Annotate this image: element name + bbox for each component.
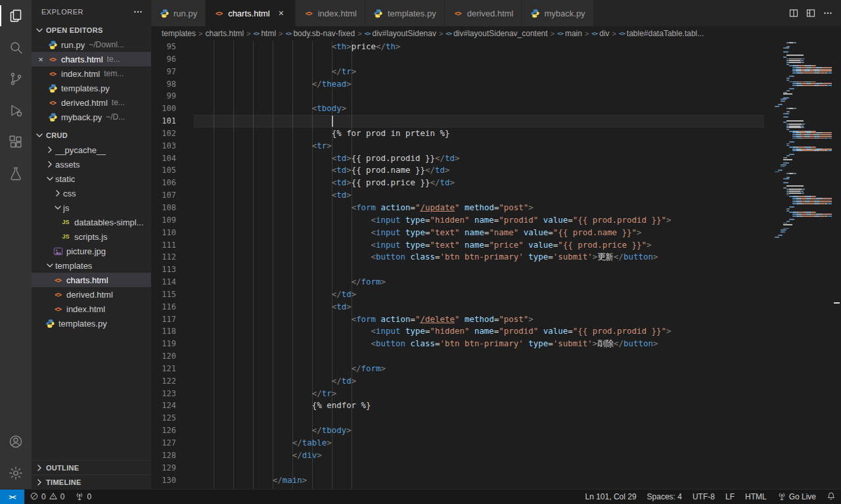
activitybar-explorer[interactable] — [0, 0, 32, 32]
code-line-95[interactable]: 95 <th>price</th> — [151, 41, 764, 53]
code-line-128[interactable]: 128 </div> — [151, 449, 764, 462]
code-line-127[interactable]: 127 </table> — [151, 437, 764, 449]
tree-file-picture-jpg[interactable]: picture.jpg — [32, 244, 151, 258]
breadcrumb-item-div-layoutsidenav-content[interactable]: <>div#layoutSidenav_content — [445, 29, 547, 38]
timeline-section-header[interactable]: TIMELINE — [32, 474, 151, 489]
activitybar-extensions[interactable] — [0, 126, 32, 158]
code-line-116[interactable]: 116 <td> — [151, 301, 764, 313]
remote-indicator[interactable]: >< — [0, 490, 24, 504]
close-icon[interactable]: × — [35, 54, 46, 64]
tree-file-charts-html[interactable]: <>charts.html — [32, 273, 151, 287]
code-line-120[interactable]: 120 — [151, 350, 764, 363]
code-line-108[interactable]: 108 <form action="/update" method="post"… — [151, 202, 764, 214]
split-editor-icon[interactable] — [787, 7, 800, 20]
code-line-100[interactable]: 100 <tbody> — [151, 103, 764, 115]
code-editor[interactable]: 95 <th>price</th>9697 </tr>98 </thead>99… — [151, 41, 764, 489]
code-line-107[interactable]: 107 <td> — [151, 189, 764, 202]
code-line-125[interactable]: 125 — [151, 412, 764, 424]
tree-folder-js[interactable]: js — [32, 200, 151, 215]
activitybar-accounts[interactable] — [0, 426, 32, 457]
status-cursor-position[interactable]: Ln 101, Col 29 — [580, 490, 642, 504]
code-line-106[interactable]: 106 <td>{{ prod.price }}</td> — [151, 177, 764, 189]
workspace-header[interactable]: CRUD — [32, 128, 151, 143]
code-line-103[interactable]: 103 <tr> — [151, 140, 764, 152]
code-line-96[interactable]: 96 — [151, 53, 764, 66]
tree-file-datatables-simpl[interactable]: JSdatatables-simpl... — [32, 215, 151, 229]
status-ports[interactable]: 0 — [70, 490, 97, 504]
tab-myback-py[interactable]: myback.py — [522, 0, 593, 26]
activitybar-settings[interactable] — [0, 457, 32, 489]
breadcrumb-item-div-layoutsidenav[interactable]: <>div#layoutSidenav — [365, 29, 436, 38]
status-encoding[interactable]: UTF-8 — [687, 490, 720, 504]
open-editor-run-py[interactable]: run.py~/Downl... — [32, 37, 151, 52]
code-line-118[interactable]: 118 <input type="hidden" name="prodid" v… — [151, 325, 764, 338]
code-line-105[interactable]: 105 <td>{{ prod.name }}</td> — [151, 164, 764, 177]
editor-layout-icon[interactable] — [804, 7, 817, 20]
status-indentation[interactable]: Spaces: 4 — [642, 490, 687, 504]
tree-folder-assets[interactable]: assets — [32, 157, 151, 172]
breadcrumb-item-templates[interactable]: templates — [162, 29, 196, 38]
tree-folder-pycache[interactable]: __pycache__ — [32, 143, 151, 157]
breadcrumb-item-main[interactable]: <>main — [557, 29, 582, 38]
activitybar-search[interactable] — [0, 32, 32, 63]
status-problems[interactable]: 00 — [24, 490, 70, 504]
code-line-111[interactable]: 111 <input type="text" name="price" valu… — [151, 239, 764, 252]
code-line-130[interactable]: 130 </main> — [151, 474, 764, 487]
activitybar-run-debug[interactable] — [0, 95, 32, 126]
more-actions-icon[interactable] — [821, 7, 834, 20]
code-line-102[interactable]: 102 {% for prod in prtein %} — [151, 127, 764, 140]
more-actions-icon[interactable] — [131, 5, 145, 18]
code-line-115[interactable]: 115 </td> — [151, 288, 764, 301]
code-line-119[interactable]: 119 <button class='btn btn-primary' type… — [151, 338, 764, 350]
code-line-101[interactable]: 101 — [151, 115, 764, 127]
code-line-112[interactable]: 112 <button class='btn btn-primary' type… — [151, 251, 764, 263]
code-line-97[interactable]: 97 </tr> — [151, 66, 764, 78]
code-line-123[interactable]: 123 </tr> — [151, 388, 764, 400]
activitybar-source-control[interactable] — [0, 63, 32, 95]
tab-templates-py[interactable]: templates.py — [365, 0, 445, 26]
breadcrumb-item-table-datatable-tabl[interactable]: <>table#dataTable.tabl... — [619, 29, 704, 38]
tree-file-templates-py[interactable]: templates.py — [32, 316, 151, 331]
breadcrumb-item-body-sb-nav-fixed[interactable]: <>body.sb-nav-fixed — [286, 29, 355, 38]
code-line-122[interactable]: 122 </td> — [151, 375, 764, 388]
code-line-99[interactable]: 99 — [151, 90, 764, 103]
tree-folder-static[interactable]: static — [32, 172, 151, 186]
code-line-109[interactable]: 109 <input type="hidden" name="prodid" v… — [151, 214, 764, 227]
tab-charts-html[interactable]: <>charts.html× — [206, 0, 296, 26]
code-line-110[interactable]: 110 <input type="text" name="name" value… — [151, 227, 764, 239]
tree-file-scripts-js[interactable]: JSscripts.js — [32, 229, 151, 244]
breadcrumb-item-div[interactable]: <>div — [591, 29, 609, 38]
open-editor-myback-py[interactable]: myback.py~/D... — [32, 110, 151, 124]
overview-ruler[interactable] — [832, 41, 841, 489]
tab-index-html[interactable]: <>index.html — [296, 0, 365, 26]
tree-file-index-html[interactable]: <>index.html — [32, 302, 151, 316]
tree-file-derived-html[interactable]: <>derived.html — [32, 287, 151, 302]
tab-run-py[interactable]: run.py — [151, 0, 206, 26]
outline-section-header[interactable]: OUTLINE — [32, 460, 151, 474]
code-line-124[interactable]: 124 {% endfor %} — [151, 400, 764, 412]
open-editor-charts-html[interactable]: ×<>charts.htmlte... — [32, 52, 151, 66]
minimap[interactable] — [764, 41, 841, 489]
tree-folder-templates[interactable]: templates — [32, 258, 151, 273]
status-go-live[interactable]: Go Live — [772, 490, 821, 504]
code-line-126[interactable]: 126 </tbody> — [151, 424, 764, 437]
open-editor-derived-html[interactable]: <>derived.htmlte... — [32, 95, 151, 110]
open-editor-index-html[interactable]: <>index.htmltem... — [32, 66, 151, 81]
status-notifications[interactable] — [821, 490, 841, 504]
close-icon[interactable]: × — [275, 7, 287, 19]
code-line-104[interactable]: 104 <td>{{ prod.prodid }}</td> — [151, 152, 764, 165]
code-line-121[interactable]: 121 </form> — [151, 363, 764, 375]
tab-derived-html[interactable]: <>derived.html — [445, 0, 522, 26]
code-line-117[interactable]: 117 <form action="/delete" method="post"… — [151, 313, 764, 326]
breadcrumb-item-charts-html[interactable]: charts.html — [205, 29, 244, 38]
code-line-131[interactable]: 131 </div> — [151, 486, 764, 489]
activitybar-testing[interactable] — [0, 158, 32, 189]
code-line-113[interactable]: 113 — [151, 263, 764, 276]
code-line-129[interactable]: 129 — [151, 462, 764, 474]
code-line-98[interactable]: 98 </thead> — [151, 78, 764, 91]
tree-folder-css[interactable]: css — [32, 186, 151, 200]
open-editor-templates-py[interactable]: templates.py — [32, 81, 151, 95]
code-line-114[interactable]: 114 </form> — [151, 276, 764, 288]
open-editors-header[interactable]: OPEN EDITORS — [32, 23, 151, 37]
breadcrumb-item-html[interactable]: <>html — [254, 29, 277, 38]
